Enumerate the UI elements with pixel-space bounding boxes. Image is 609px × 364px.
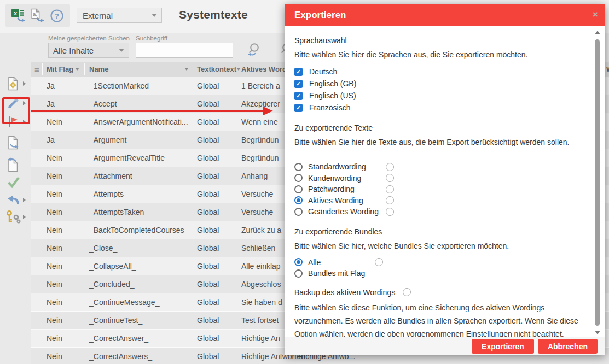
export-button[interactable]: Exportieren bbox=[472, 339, 534, 354]
language-section-heading: Sprachauswahl bbox=[294, 35, 581, 46]
close-icon[interactable]: × bbox=[593, 9, 598, 20]
table-cell: Ja bbox=[47, 136, 55, 144]
radio-icon[interactable] bbox=[294, 269, 303, 278]
table-cell: Nein bbox=[47, 298, 62, 307]
table-cell: _Attempts_ bbox=[89, 190, 128, 198]
checkbox-icon[interactable] bbox=[294, 92, 303, 100]
search-input[interactable] bbox=[136, 43, 233, 58]
table-cell: Nein bbox=[47, 118, 62, 126]
export-document-icon[interactable] bbox=[5, 134, 21, 151]
wording-option[interactable]: Aktives Wording bbox=[294, 195, 581, 207]
column-handle-icon[interactable]: ≡ bbox=[34, 65, 39, 74]
info-icon[interactable] bbox=[386, 208, 394, 216]
checkbox-icon[interactable] bbox=[294, 104, 303, 112]
permissions-key-icon[interactable] bbox=[5, 209, 21, 225]
wording-option[interactable]: Geändertes Wording bbox=[294, 206, 581, 218]
radio-icon[interactable] bbox=[294, 208, 303, 216]
saved-searches-dropdown[interactable]: Alle Inhalte bbox=[48, 43, 129, 58]
option-label: Geändertes Wording bbox=[308, 207, 386, 216]
scroll-up-icon[interactable] bbox=[595, 31, 600, 34]
view-dropdown-value: External bbox=[77, 11, 147, 20]
radio-icon[interactable] bbox=[294, 174, 303, 182]
backup-section-description: Bitte wählen Sie diese Funktion, um eine… bbox=[294, 301, 581, 337]
reset-search-icon[interactable] bbox=[245, 42, 263, 61]
table-cell: _BackToCompletedCourses_ bbox=[89, 226, 188, 234]
scrollbar-thumb[interactable] bbox=[595, 39, 600, 326]
wording-option[interactable]: Kundenwording bbox=[294, 173, 581, 184]
import-document-icon[interactable] bbox=[5, 156, 21, 173]
language-options: DeutschEnglisch (GB)Englisch (US)Französ… bbox=[294, 66, 581, 114]
wording-option[interactable]: Patchwording bbox=[294, 184, 581, 195]
wording-option[interactable]: Standardwording bbox=[294, 161, 581, 173]
table-cell: Alle einklap bbox=[241, 262, 281, 271]
expander-arrow-icon[interactable] bbox=[23, 215, 26, 219]
bundles-section-description: Bitte wählen Sie hier, welche Bundles Si… bbox=[294, 240, 581, 251]
export-dialog: Exportieren × Sprachauswahl Bitte wählen… bbox=[285, 4, 605, 355]
excel-export-icon[interactable]: x bbox=[11, 8, 26, 24]
bundle-option[interactable]: Alle bbox=[294, 257, 581, 268]
page-title: Systemtexte bbox=[179, 8, 248, 21]
column-header-aktives-wording[interactable]: Aktives Word bbox=[241, 65, 287, 73]
new-document-icon[interactable] bbox=[5, 75, 21, 92]
checkbox-icon[interactable] bbox=[294, 68, 303, 76]
bundles-section-heading: Zu exportierende Bundles bbox=[294, 226, 581, 237]
dialog-footer: Exportieren Abbrechen bbox=[285, 337, 605, 355]
language-option[interactable]: Englisch (US) bbox=[294, 90, 581, 102]
table-cell: Nein bbox=[47, 280, 62, 289]
table-cell: Nein bbox=[47, 352, 62, 361]
table-cell: _Concluded_ bbox=[89, 280, 135, 289]
language-option[interactable]: Deutsch bbox=[294, 66, 581, 78]
info-icon[interactable] bbox=[386, 185, 394, 193]
chevron-down-icon[interactable] bbox=[114, 43, 129, 57]
radio-icon[interactable] bbox=[294, 185, 303, 193]
search-term-label: Suchbegriff bbox=[136, 35, 167, 42]
table-cell: Global bbox=[197, 208, 219, 216]
texts-section-heading: Zu exportierende Texte bbox=[294, 122, 581, 133]
expander-arrow-icon[interactable] bbox=[23, 198, 26, 202]
chevron-down-icon[interactable] bbox=[147, 8, 161, 22]
info-icon[interactable] bbox=[403, 288, 411, 296]
radio-icon[interactable] bbox=[294, 163, 303, 171]
table-cell: Abgeschlos bbox=[241, 280, 281, 289]
info-icon[interactable] bbox=[386, 174, 394, 182]
svg-text:?: ? bbox=[55, 11, 59, 20]
table-cell: Zurück zu a bbox=[241, 226, 281, 234]
approve-check-icon[interactable] bbox=[5, 174, 21, 190]
table-cell: Nein bbox=[47, 154, 62, 162]
language-option[interactable]: Französisch bbox=[294, 102, 581, 114]
texts-section-description: Bitte wählen Sie hier die Texte aus, die… bbox=[294, 137, 581, 148]
dialog-scrollbar[interactable] bbox=[594, 30, 601, 336]
dialog-body: Sprachauswahl Bitte wählen Sie hier die … bbox=[285, 26, 605, 337]
language-option[interactable]: Englisch (GB) bbox=[294, 78, 581, 90]
filter-dropdown-icon[interactable] bbox=[184, 68, 189, 71]
annotation-arrow bbox=[31, 110, 264, 112]
cancel-button[interactable]: Abbrechen bbox=[538, 339, 598, 354]
table-cell: Global bbox=[197, 172, 219, 180]
table-cell: _ArgumentRevealTitle_ bbox=[89, 154, 169, 162]
language-section-description: Bitte wählen Sie hier die Sprachen aus, … bbox=[294, 49, 581, 60]
view-dropdown[interactable]: External bbox=[77, 8, 162, 23]
filter-dropdown-icon[interactable] bbox=[75, 68, 79, 71]
dialog-header: Exportieren × bbox=[285, 4, 605, 26]
help-icon[interactable]: ? bbox=[49, 8, 65, 24]
table-cell: Global bbox=[197, 352, 219, 361]
column-header-mit-flag[interactable]: Mit Flag bbox=[47, 65, 73, 73]
info-icon[interactable] bbox=[375, 258, 383, 266]
bundle-option[interactable]: Bundles mit Flag bbox=[294, 268, 581, 279]
radio-icon[interactable] bbox=[294, 196, 303, 204]
text-export-icon[interactable]: a, bbox=[30, 8, 45, 24]
undo-icon[interactable] bbox=[5, 192, 21, 209]
table-cell: Begründun bbox=[241, 136, 279, 144]
column-header-textkontext[interactable]: Textkontext bbox=[197, 65, 236, 73]
checkbox-icon[interactable] bbox=[294, 80, 303, 88]
scroll-down-icon[interactable] bbox=[595, 331, 600, 334]
table-cell: _Argument_ bbox=[89, 136, 131, 144]
column-header-name[interactable]: Name bbox=[89, 65, 108, 73]
expander-arrow-icon[interactable] bbox=[23, 81, 26, 86]
info-icon[interactable] bbox=[386, 163, 394, 171]
texts-options: StandardwordingKundenwordingPatchwording… bbox=[294, 161, 581, 218]
table-cell: Nein bbox=[47, 208, 62, 216]
option-label: Englisch (GB) bbox=[309, 79, 356, 88]
info-icon[interactable] bbox=[386, 196, 394, 204]
radio-icon[interactable] bbox=[294, 258, 303, 266]
